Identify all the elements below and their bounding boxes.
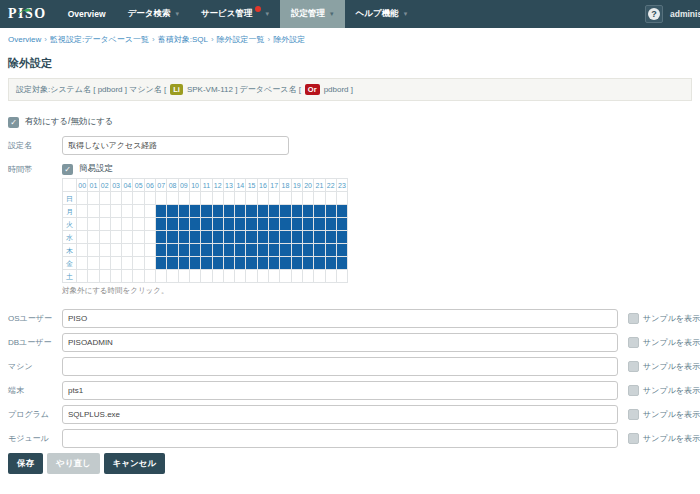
time-cell[interactable] xyxy=(167,231,178,244)
time-cell[interactable] xyxy=(337,205,348,218)
time-cell[interactable] xyxy=(201,218,212,231)
time-cell[interactable] xyxy=(235,231,246,244)
time-cell[interactable] xyxy=(133,218,144,231)
machine-input[interactable] xyxy=(62,357,618,376)
time-cell[interactable] xyxy=(258,257,269,270)
time-cell[interactable] xyxy=(213,231,224,244)
time-cell[interactable] xyxy=(145,205,156,218)
time-cell[interactable] xyxy=(201,257,212,270)
time-cell[interactable] xyxy=(111,231,122,244)
time-cell[interactable] xyxy=(258,231,269,244)
time-cell[interactable] xyxy=(77,218,88,231)
time-cell[interactable] xyxy=(280,270,291,283)
time-cell[interactable] xyxy=(246,270,257,283)
breadcrumb-item[interactable]: 監視設定:データベース一覧 xyxy=(50,35,149,44)
time-cell[interactable] xyxy=(314,231,325,244)
time-cell[interactable] xyxy=(280,244,291,257)
time-cell[interactable] xyxy=(224,205,235,218)
help-button[interactable]: ? xyxy=(645,5,663,23)
time-cell[interactable] xyxy=(269,270,280,283)
time-cell[interactable] xyxy=(179,192,190,205)
time-cell[interactable] xyxy=(337,218,348,231)
time-cell[interactable] xyxy=(314,270,325,283)
time-cell[interactable] xyxy=(122,244,133,257)
time-cell[interactable] xyxy=(246,257,257,270)
setting-name-input[interactable] xyxy=(62,136,289,155)
time-cell[interactable] xyxy=(246,244,257,257)
time-cell[interactable] xyxy=(88,192,99,205)
sample-checkbox[interactable] xyxy=(628,385,639,396)
time-cell[interactable] xyxy=(201,231,212,244)
time-cell[interactable] xyxy=(292,257,303,270)
time-cell[interactable] xyxy=(111,218,122,231)
time-cell[interactable] xyxy=(133,244,144,257)
time-cell[interactable] xyxy=(292,231,303,244)
redo-button[interactable]: やり直し xyxy=(47,453,100,474)
time-cell[interactable] xyxy=(224,270,235,283)
app-logo[interactable]: PISO xyxy=(0,0,57,28)
time-cell[interactable] xyxy=(213,244,224,257)
time-cell[interactable] xyxy=(145,257,156,270)
time-cell[interactable] xyxy=(314,218,325,231)
sample-checkbox[interactable] xyxy=(628,361,639,372)
time-cell[interactable] xyxy=(190,244,201,257)
time-cell[interactable] xyxy=(213,192,224,205)
time-cell[interactable] xyxy=(100,231,111,244)
time-cell[interactable] xyxy=(190,270,201,283)
time-cell[interactable] xyxy=(133,192,144,205)
breadcrumb-item[interactable]: Overview xyxy=(8,35,41,44)
time-cell[interactable] xyxy=(167,205,178,218)
program-input[interactable] xyxy=(62,405,618,424)
time-cell[interactable] xyxy=(100,192,111,205)
time-cell[interactable] xyxy=(122,192,133,205)
time-cell[interactable] xyxy=(133,270,144,283)
time-cell[interactable] xyxy=(145,231,156,244)
time-cell[interactable] xyxy=(201,192,212,205)
time-cell[interactable] xyxy=(88,244,99,257)
time-cell[interactable] xyxy=(258,205,269,218)
time-cell[interactable] xyxy=(337,244,348,257)
time-cell[interactable] xyxy=(111,205,122,218)
sample-checkbox[interactable] xyxy=(628,337,639,348)
time-cell[interactable] xyxy=(190,257,201,270)
time-cell[interactable] xyxy=(88,218,99,231)
time-cell[interactable] xyxy=(337,192,348,205)
enable-checkbox[interactable]: ✓ xyxy=(8,117,19,128)
time-cell[interactable] xyxy=(314,257,325,270)
time-cell[interactable] xyxy=(246,205,257,218)
time-cell[interactable] xyxy=(269,257,280,270)
time-cell[interactable] xyxy=(235,257,246,270)
time-cell[interactable] xyxy=(337,257,348,270)
time-cell[interactable] xyxy=(314,244,325,257)
time-cell[interactable] xyxy=(167,270,178,283)
time-cell[interactable] xyxy=(145,270,156,283)
time-cell[interactable] xyxy=(280,231,291,244)
time-cell[interactable] xyxy=(179,270,190,283)
time-cell[interactable] xyxy=(213,257,224,270)
time-cell[interactable] xyxy=(258,218,269,231)
time-cell[interactable] xyxy=(201,244,212,257)
time-cell[interactable] xyxy=(292,192,303,205)
time-cell[interactable] xyxy=(246,218,257,231)
time-cell[interactable] xyxy=(100,218,111,231)
time-cell[interactable] xyxy=(235,205,246,218)
time-cell[interactable] xyxy=(303,231,314,244)
time-cell[interactable] xyxy=(88,257,99,270)
time-cell[interactable] xyxy=(167,244,178,257)
time-cell[interactable] xyxy=(326,257,337,270)
time-cell[interactable] xyxy=(111,192,122,205)
time-cell[interactable] xyxy=(326,270,337,283)
time-cell[interactable] xyxy=(213,270,224,283)
time-cell[interactable] xyxy=(111,257,122,270)
time-cell[interactable] xyxy=(258,244,269,257)
time-cell[interactable] xyxy=(179,244,190,257)
cancel-button[interactable]: キャンセル xyxy=(104,453,166,474)
nav-item-service-mgmt[interactable]: サービス管理▾ xyxy=(190,0,280,28)
time-cell[interactable] xyxy=(167,257,178,270)
time-cell[interactable] xyxy=(326,205,337,218)
time-cell[interactable] xyxy=(111,270,122,283)
sample-checkbox[interactable] xyxy=(628,433,639,444)
time-cell[interactable] xyxy=(201,270,212,283)
time-cell[interactable] xyxy=(292,270,303,283)
time-cell[interactable] xyxy=(235,192,246,205)
